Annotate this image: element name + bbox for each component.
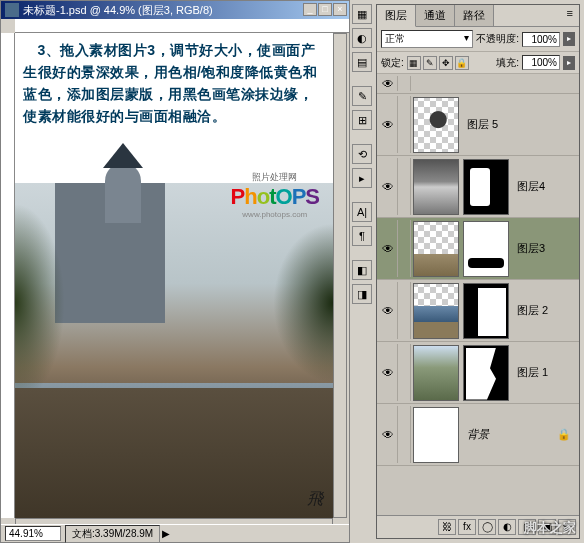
fill-slider-icon[interactable]: ▸ (563, 56, 575, 70)
layer-mask-thumbnail[interactable] (463, 159, 509, 215)
scrollbar-vertical[interactable] (333, 33, 347, 518)
channels-icon[interactable]: ◨ (352, 284, 372, 304)
color-icon[interactable]: ◐ (352, 28, 372, 48)
fill-input[interactable]: 100% (522, 55, 560, 70)
lock-transparency-icon[interactable]: ▦ (407, 56, 421, 70)
link-column[interactable] (397, 96, 411, 153)
tools-column: ▦ ◐ ▤ ✎ ⊞ ⟲ ▸ A| ¶ ◧ ◨ (352, 4, 374, 304)
lock-icon: 🔒 (557, 428, 571, 441)
ps-icon (5, 3, 19, 17)
visibility-eye-icon[interactable]: 👁 (379, 77, 397, 91)
layer-mask-thumbnail[interactable] (463, 283, 509, 339)
tutorial-text: 3、拖入素材图片3，调节好大小，使画面产生很好的景深效果，用色相/饱和度降低黄色… (23, 39, 325, 127)
photops-logo: 照片处理网 PhotOPS www.photops.com (231, 171, 319, 219)
document-title: 未标题-1.psd @ 44.9% (图层3, RGB/8) (23, 3, 213, 18)
brush-icon[interactable]: ✎ (352, 86, 372, 106)
actions-icon[interactable]: ▸ (352, 168, 372, 188)
lock-paint-icon[interactable]: ✎ (423, 56, 437, 70)
maximize-button[interactable]: □ (318, 3, 332, 16)
logo-url: www.photops.com (231, 210, 319, 219)
layer-row-partial[interactable]: 👁 (377, 74, 579, 94)
opacity-label: 不透明度: (476, 32, 519, 46)
layer-mask-thumbnail[interactable] (463, 345, 509, 401)
visibility-eye-icon[interactable]: 👁 (379, 428, 397, 442)
visibility-eye-icon[interactable]: 👁 (379, 180, 397, 194)
layer-row[interactable]: 👁 图层 5 (377, 94, 579, 156)
signature: 飛 (307, 489, 323, 510)
layer-row[interactable]: 👁 图层 2 (377, 280, 579, 342)
lock-label: 锁定: (381, 56, 404, 70)
panel-tabs: 图层 通道 路径 ≡ (377, 5, 579, 27)
close-button[interactable]: × (333, 3, 347, 16)
swatches-icon[interactable]: ▤ (352, 52, 372, 72)
canvas-content: 飛 3、拖入素材图片3，调节好大小，使画面产生很好的景深效果，用色相/饱和度降低… (15, 33, 333, 518)
panel-menu-icon[interactable]: ≡ (561, 5, 579, 26)
ruler-horizontal[interactable] (15, 19, 349, 33)
layer-row[interactable]: 👁 图层4 (377, 156, 579, 218)
navigator-icon[interactable]: ▦ (352, 4, 372, 24)
fill-label: 填充: (496, 56, 519, 70)
adjustment-icon[interactable]: ◐ (498, 519, 516, 535)
statusbar: 44.91% 文档:3.39M/28.9M ▶ (1, 524, 349, 542)
link-column[interactable] (397, 220, 411, 277)
logo-text: PhotOPS (231, 184, 319, 210)
layer-name[interactable]: 图层 1 (517, 365, 548, 380)
layer-name[interactable]: 图层 5 (467, 117, 498, 132)
ruler-vertical[interactable] (1, 33, 15, 518)
history-icon[interactable]: ⟲ (352, 144, 372, 164)
character-icon[interactable]: A| (352, 202, 372, 222)
tab-layers[interactable]: 图层 (377, 5, 416, 27)
fx-icon[interactable]: fx (458, 519, 476, 535)
layer-row[interactable]: 👁 图层 1 (377, 342, 579, 404)
tab-paths[interactable]: 路径 (455, 5, 494, 26)
layer-thumbnail[interactable] (413, 283, 459, 339)
layers-panel: 图层 通道 路径 ≡ 正常▾ 不透明度: 100% ▸ 锁定: ▦ ✎ ✥ 🔒 … (376, 4, 580, 539)
visibility-eye-icon[interactable]: 👁 (379, 118, 397, 132)
opacity-input[interactable]: 100% (522, 32, 560, 47)
visibility-eye-icon[interactable]: 👁 (379, 366, 397, 380)
link-layers-icon[interactable]: ⛓ (438, 519, 456, 535)
layer-thumbnail[interactable] (413, 97, 459, 153)
composite-image: 飛 (15, 183, 333, 518)
layers-icon[interactable]: ◧ (352, 260, 372, 280)
layer-row[interactable]: 👁 图层3 (377, 218, 579, 280)
file-size-info[interactable]: 文档:3.39M/28.9M (65, 525, 160, 543)
layers-list: 👁 👁 图层 5 👁 图层4 👁 图层3 👁 (377, 74, 579, 515)
link-column[interactable] (397, 282, 411, 339)
site-watermark: 脚本之家 (524, 519, 576, 537)
blend-mode-select[interactable]: 正常▾ (381, 30, 473, 48)
zoom-input[interactable]: 44.91% (5, 526, 61, 541)
titlebar[interactable]: 未标题-1.psd @ 44.9% (图层3, RGB/8) _ □ × (1, 1, 349, 19)
logo-tagline: 照片处理网 (231, 171, 319, 184)
canvas[interactable]: 飛 3、拖入素材图片3，调节好大小，使画面产生很好的景深效果，用色相/饱和度降低… (15, 33, 333, 518)
link-column[interactable] (397, 158, 411, 215)
opacity-slider-icon[interactable]: ▸ (563, 32, 575, 46)
document-window: 未标题-1.psd @ 44.9% (图层3, RGB/8) _ □ × 飛 3… (0, 0, 350, 543)
layer-thumbnail[interactable] (413, 345, 459, 401)
layer-name[interactable]: 图层 2 (517, 303, 548, 318)
link-column[interactable] (397, 344, 411, 401)
visibility-eye-icon[interactable]: 👁 (379, 242, 397, 256)
layer-thumbnail[interactable] (413, 221, 459, 277)
layer-name[interactable]: 图层4 (517, 179, 545, 194)
layer-name[interactable]: 图层3 (517, 241, 545, 256)
paragraph-icon[interactable]: ¶ (352, 226, 372, 246)
layer-mask-thumbnail[interactable] (463, 221, 509, 277)
layer-name[interactable]: 背景 (467, 427, 489, 442)
layer-thumbnail[interactable] (413, 159, 459, 215)
lock-position-icon[interactable]: ✥ (439, 56, 453, 70)
layer-thumbnail[interactable] (413, 407, 459, 463)
clone-icon[interactable]: ⊞ (352, 110, 372, 130)
tab-channels[interactable]: 通道 (416, 5, 455, 26)
link-column[interactable] (397, 406, 411, 463)
lock-all-icon[interactable]: 🔒 (455, 56, 469, 70)
add-mask-icon[interactable]: ◯ (478, 519, 496, 535)
minimize-button[interactable]: _ (303, 3, 317, 16)
visibility-eye-icon[interactable]: 👁 (379, 304, 397, 318)
status-arrow-icon[interactable]: ▶ (162, 528, 170, 539)
layer-row[interactable]: 👁 背景 🔒 (377, 404, 579, 466)
